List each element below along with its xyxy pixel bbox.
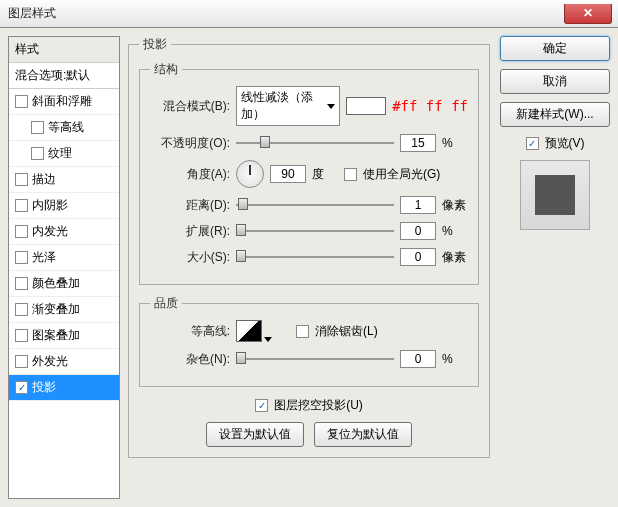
style-item-label: 颜色叠加 bbox=[32, 275, 80, 292]
distance-slider[interactable] bbox=[236, 198, 394, 212]
style-checkbox[interactable] bbox=[15, 303, 28, 316]
color-swatch[interactable] bbox=[346, 97, 386, 115]
size-label: 大小(S): bbox=[150, 249, 230, 266]
spread-label: 扩展(R): bbox=[150, 223, 230, 240]
style-checkbox[interactable] bbox=[15, 277, 28, 290]
blend-mode-select[interactable]: 线性减淡（添加） bbox=[236, 86, 340, 126]
effect-group: 投影 结构 混合模式(B): 线性减淡（添加） #ff ff ff 不透明度(O… bbox=[128, 36, 490, 458]
global-light-checkbox[interactable] bbox=[344, 168, 357, 181]
style-checkbox[interactable] bbox=[15, 225, 28, 238]
reset-default-button[interactable]: 复位为默认值 bbox=[314, 422, 412, 447]
style-item-label: 投影 bbox=[32, 379, 56, 396]
spread-unit: % bbox=[442, 224, 468, 238]
style-item[interactable]: 内发光 bbox=[9, 219, 119, 245]
styles-list: 样式 混合选项:默认 斜面和浮雕等高线纹理描边内阴影内发光光泽颜色叠加渐变叠加图… bbox=[8, 36, 120, 499]
style-checkbox[interactable] bbox=[15, 329, 28, 342]
angle-label: 角度(A): bbox=[150, 166, 230, 183]
style-checkbox[interactable] bbox=[31, 147, 44, 160]
style-item-label: 描边 bbox=[32, 171, 56, 188]
style-item[interactable]: 图案叠加 bbox=[9, 323, 119, 349]
style-item-label: 外发光 bbox=[32, 353, 68, 370]
color-hex: #ff ff ff bbox=[392, 98, 468, 114]
ok-button[interactable]: 确定 bbox=[500, 36, 610, 61]
opacity-unit: % bbox=[442, 136, 468, 150]
chevron-down-icon bbox=[264, 337, 272, 342]
style-item-label: 纹理 bbox=[48, 145, 72, 162]
antialias-checkbox[interactable] bbox=[296, 325, 309, 338]
angle-input[interactable]: 90 bbox=[270, 165, 306, 183]
style-item[interactable]: 描边 bbox=[9, 167, 119, 193]
noise-input[interactable]: 0 bbox=[400, 350, 436, 368]
global-light-label: 使用全局光(G) bbox=[363, 166, 440, 183]
contour-picker[interactable] bbox=[236, 320, 272, 342]
blend-options-item[interactable]: 混合选项:默认 bbox=[9, 63, 119, 89]
style-item-label: 光泽 bbox=[32, 249, 56, 266]
preview-label: 预览(V) bbox=[545, 135, 585, 152]
style-item[interactable]: 光泽 bbox=[9, 245, 119, 271]
close-button[interactable]: ✕ bbox=[564, 4, 612, 24]
angle-dial[interactable] bbox=[236, 160, 264, 188]
blend-mode-value: 线性减淡（添加） bbox=[241, 89, 327, 123]
angle-unit: 度 bbox=[312, 166, 338, 183]
preview-checkbox[interactable]: ✓ bbox=[526, 137, 539, 150]
spread-slider[interactable] bbox=[236, 224, 394, 238]
cancel-button[interactable]: 取消 bbox=[500, 69, 610, 94]
style-checkbox[interactable] bbox=[15, 95, 28, 108]
structure-legend: 结构 bbox=[150, 61, 182, 78]
style-checkbox[interactable] bbox=[15, 173, 28, 186]
blend-mode-label: 混合模式(B): bbox=[150, 98, 230, 115]
style-item[interactable]: 外发光 bbox=[9, 349, 119, 375]
style-item-label: 斜面和浮雕 bbox=[32, 93, 92, 110]
new-style-button[interactable]: 新建样式(W)... bbox=[500, 102, 610, 127]
close-icon: ✕ bbox=[583, 6, 593, 20]
window-title: 图层样式 bbox=[8, 5, 56, 22]
style-item[interactable]: 纹理 bbox=[9, 141, 119, 167]
style-item[interactable]: 渐变叠加 bbox=[9, 297, 119, 323]
style-checkbox[interactable] bbox=[31, 121, 44, 134]
noise-slider[interactable] bbox=[236, 352, 394, 366]
opacity-label: 不透明度(O): bbox=[150, 135, 230, 152]
style-item-label: 图案叠加 bbox=[32, 327, 80, 344]
style-item[interactable]: 颜色叠加 bbox=[9, 271, 119, 297]
distance-unit: 像素 bbox=[442, 197, 468, 214]
distance-input[interactable]: 1 bbox=[400, 196, 436, 214]
noise-unit: % bbox=[442, 352, 468, 366]
set-default-button[interactable]: 设置为默认值 bbox=[206, 422, 304, 447]
knockout-checkbox[interactable]: ✓ bbox=[255, 399, 268, 412]
opacity-input[interactable]: 15 bbox=[400, 134, 436, 152]
quality-legend: 品质 bbox=[150, 295, 182, 312]
style-checkbox[interactable]: ✓ bbox=[15, 381, 28, 394]
style-checkbox[interactable] bbox=[15, 251, 28, 264]
style-item[interactable]: 内阴影 bbox=[9, 193, 119, 219]
quality-group: 品质 等高线: 消除锯齿(L) 杂色(N): 0 % bbox=[139, 295, 479, 387]
style-checkbox[interactable] bbox=[15, 355, 28, 368]
contour-label: 等高线: bbox=[150, 323, 230, 340]
antialias-label: 消除锯齿(L) bbox=[315, 323, 378, 340]
knockout-label: 图层挖空投影(U) bbox=[274, 397, 363, 414]
chevron-down-icon bbox=[327, 104, 335, 109]
style-item-label: 渐变叠加 bbox=[32, 301, 80, 318]
preview-thumbnail bbox=[520, 160, 590, 230]
style-item-label: 等高线 bbox=[48, 119, 84, 136]
size-unit: 像素 bbox=[442, 249, 468, 266]
noise-label: 杂色(N): bbox=[150, 351, 230, 368]
opacity-slider[interactable] bbox=[236, 136, 394, 150]
size-slider[interactable] bbox=[236, 250, 394, 264]
styles-header: 样式 bbox=[9, 37, 119, 63]
style-checkbox[interactable] bbox=[15, 199, 28, 212]
style-item[interactable]: ✓投影 bbox=[9, 375, 119, 401]
distance-label: 距离(D): bbox=[150, 197, 230, 214]
spread-input[interactable]: 0 bbox=[400, 222, 436, 240]
size-input[interactable]: 0 bbox=[400, 248, 436, 266]
structure-group: 结构 混合模式(B): 线性减淡（添加） #ff ff ff 不透明度(O): … bbox=[139, 61, 479, 285]
effect-legend: 投影 bbox=[139, 36, 171, 53]
style-item[interactable]: 等高线 bbox=[9, 115, 119, 141]
style-item[interactable]: 斜面和浮雕 bbox=[9, 89, 119, 115]
style-item-label: 内阴影 bbox=[32, 197, 68, 214]
style-item-label: 内发光 bbox=[32, 223, 68, 240]
